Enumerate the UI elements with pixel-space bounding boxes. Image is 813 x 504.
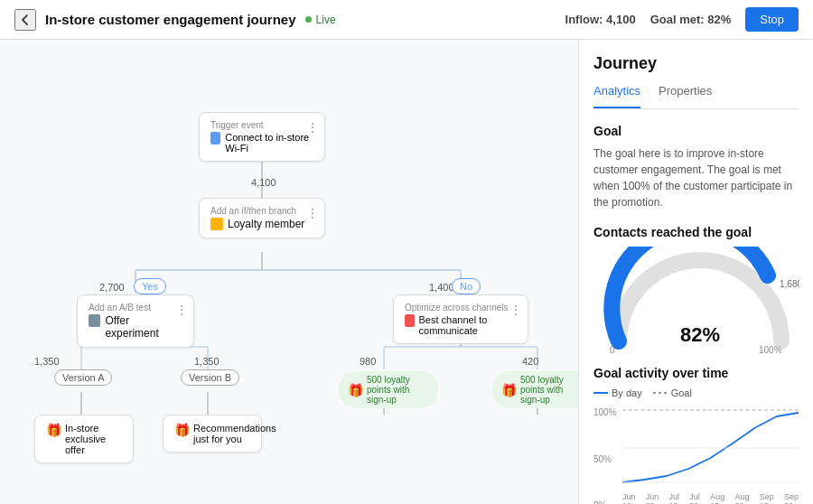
goal-section-title: Goal	[593, 124, 799, 138]
offer-b-header: 🎁 Recommendations just for you	[174, 423, 250, 444]
trigger-title: Connect to in-store Wi-Fi	[225, 132, 313, 154]
live-dot	[305, 16, 312, 23]
trigger-icon	[210, 132, 220, 145]
x-axis: Jun15 Jun30 Jul15 Jul30 Aug15 Aug30 Sep1…	[622, 492, 799, 504]
yes-count: 2,700	[99, 282, 125, 293]
svg-text:82%: 82%	[680, 323, 720, 346]
ab-icon	[89, 314, 100, 327]
tab-analytics[interactable]: Analytics	[593, 84, 640, 108]
branch-header: Loyalty member	[210, 218, 313, 230]
x-jun15: Jun15	[622, 492, 636, 504]
inflow-stat: Inflow: 4,100	[565, 13, 636, 26]
optimize-count-left: 980	[360, 356, 376, 367]
page-title: In-store customer engagement journey	[45, 12, 296, 27]
trigger-header: Connect to in-store Wi-Fi	[210, 132, 313, 154]
back-button[interactable]	[14, 9, 36, 31]
ab-node: Add an A/B test Offer experiment ⋮	[77, 294, 194, 348]
panel-tabs: Analytics Properties	[593, 84, 799, 109]
offer-a-header: 🎁 In-store exclusive offer	[46, 423, 122, 455]
branch-menu[interactable]: ⋮	[306, 206, 319, 220]
header-left: In-store customer engagement journey Liv…	[14, 9, 555, 31]
header-right: Inflow: 4,100 Goal met: 82% Stop	[565, 7, 799, 32]
tab-properties[interactable]: Properties	[659, 84, 712, 108]
x-aug30: Aug30	[734, 492, 749, 504]
optimize-node: Optimize across channels Best channel to…	[393, 294, 528, 344]
goal-stat: Goal met: 82%	[650, 13, 732, 26]
trigger-menu[interactable]: ⋮	[306, 120, 319, 135]
live-label: Live	[316, 14, 336, 26]
x-jun30: Jun30	[646, 492, 659, 504]
legend-line-solid	[593, 392, 608, 394]
branch-icon	[210, 218, 223, 230]
right-panel: Journey Analytics Properties Goal The go…	[578, 40, 813, 504]
panel-header: Journey Analytics Properties	[579, 40, 813, 109]
chart-legend: By day Goal	[593, 387, 799, 398]
ab-menu[interactable]: ⋮	[175, 303, 188, 317]
svg-text:1,680: 1,680	[780, 279, 799, 289]
y-axis: 100% 50% 0%	[593, 406, 619, 504]
ab-header: Offer experiment	[89, 314, 182, 340]
x-sep15: Sep15	[760, 492, 774, 504]
header: In-store customer engagement journey Liv…	[0, 0, 813, 40]
ab-label: Add an A/B test	[89, 303, 182, 313]
offer-a-title: In-store exclusive offer	[65, 423, 122, 455]
x-jul30: Jul30	[689, 492, 700, 504]
version-a-count: 1,350	[34, 356, 60, 367]
version-b-badge: Version B	[181, 369, 239, 386]
y-0: 0%	[593, 500, 619, 504]
optimize-count-right: 420	[522, 356, 538, 367]
svg-text:100%: 100%	[759, 345, 782, 355]
no-count: 1,400	[429, 282, 454, 293]
activity-section: Goal activity over time By day Goal 100%	[593, 366, 799, 504]
x-sep30: Sep30	[784, 492, 799, 504]
ab-title: Offer experiment	[105, 314, 182, 340]
optimize-title: Best channel to communicate	[419, 314, 517, 336]
canvas: Trigger event Connect to in-store Wi-Fi …	[0, 40, 578, 504]
offer-b-node: 🎁 Recommendations just for you	[163, 415, 262, 453]
optimize-icon	[405, 314, 415, 327]
svg-text:0: 0	[610, 345, 615, 355]
optimize-header: Best channel to communicate	[405, 314, 517, 336]
legend-line-dashed	[653, 392, 668, 394]
stop-button[interactable]: Stop	[745, 7, 799, 32]
activity-title: Goal activity over time	[593, 366, 799, 380]
goal-section-text: The goal here is to improve in-store cus…	[593, 145, 799, 210]
branch-title: Loyalty member	[228, 218, 304, 230]
line-chart-svg	[622, 406, 799, 487]
loyalty-node-2: 🎁 500 loyalty points with sign-up	[492, 371, 578, 408]
y-50: 50%	[593, 454, 619, 464]
panel-title: Journey	[593, 54, 799, 73]
panel-body: Goal The goal here is to improve in-stor…	[579, 109, 813, 504]
offer-b-title: Recommendations just for you	[193, 423, 276, 444]
x-jul15: Jul15	[669, 492, 680, 504]
branch-node: Add an if/then branch Loyalty member ⋮	[199, 198, 325, 238]
offer-a-node: 🎁 In-store exclusive offer	[34, 415, 134, 463]
legend-goal: Goal	[653, 387, 692, 398]
chart-inner: Jun15 Jun30 Jul15 Jul30 Aug15 Aug30 Sep1…	[622, 406, 799, 504]
gauge-svg: 82% 0 100% 1,680	[601, 247, 799, 355]
optimize-label: Optimize across channels	[405, 303, 517, 313]
version-a-badge: Version A	[54, 369, 112, 386]
branch-label: Add an if/then branch	[210, 206, 313, 216]
trigger-node: Trigger event Connect to in-store Wi-Fi …	[199, 112, 325, 162]
trigger-label: Trigger event	[210, 120, 313, 130]
flow-container: Trigger event Connect to in-store Wi-Fi …	[18, 58, 560, 486]
count-top: 4,100	[251, 177, 276, 188]
version-b-count: 1,350	[194, 356, 220, 367]
x-aug15: Aug15	[710, 492, 724, 504]
loyalty-node-1: 🎁 500 loyalty points with sign-up	[339, 371, 438, 408]
main: Trigger event Connect to in-store Wi-Fi …	[0, 40, 813, 504]
no-badge: No	[452, 278, 481, 294]
legend-day: By day	[593, 387, 642, 398]
live-badge: Live	[305, 14, 336, 26]
yes-badge: Yes	[134, 278, 166, 294]
gauge-wrapper: 82% 0 100% 1,680	[593, 247, 799, 359]
chart-area: 100% 50% 0%	[593, 406, 799, 504]
optimize-menu[interactable]: ⋮	[509, 303, 522, 317]
y-100: 100%	[593, 407, 619, 417]
contacts-title: Contacts reached the goal	[593, 225, 799, 239]
